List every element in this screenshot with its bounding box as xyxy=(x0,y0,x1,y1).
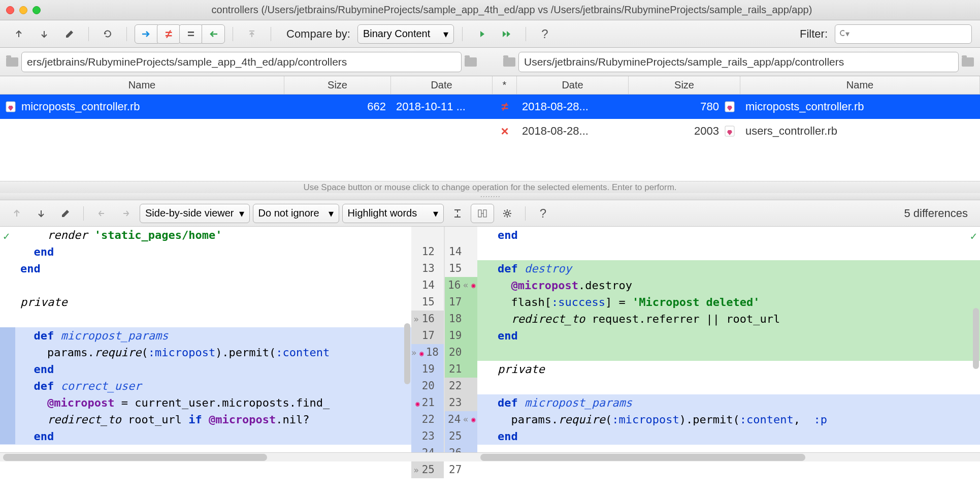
folder-icon xyxy=(6,57,18,67)
code-line[interactable]: end xyxy=(0,243,411,260)
right-code-pane[interactable]: ✓ enddef destroy @micropost.destroy flas… xyxy=(477,227,980,452)
ignore-combo[interactable]: Do not ignore▾ xyxy=(253,204,339,223)
compare-by-combo[interactable]: Binary Content ▾ xyxy=(357,24,454,44)
folder-open-icon[interactable] xyxy=(465,57,477,67)
code-line[interactable]: @micropost.destroy xyxy=(477,277,980,294)
code-line[interactable]: def destroy xyxy=(477,260,980,277)
breakpoint-icon[interactable]: ◉ xyxy=(471,277,475,294)
minimize-icon[interactable] xyxy=(19,6,27,14)
sync-right-button[interactable] xyxy=(135,24,158,44)
line-number: 15 xyxy=(411,294,444,311)
collapse-button[interactable] xyxy=(447,204,468,223)
equal-button[interactable]: = xyxy=(179,24,203,44)
filter-input[interactable] xyxy=(850,28,967,39)
code-line[interactable] xyxy=(0,277,411,294)
code-line[interactable] xyxy=(477,243,980,260)
file-table-header: Name Size Date * Date Size Name xyxy=(0,76,980,95)
diff-op-icon[interactable]: ≠ xyxy=(501,100,508,114)
code-line[interactable]: end xyxy=(0,260,411,277)
code-line[interactable]: flash[:success] = 'Micropost deleted' xyxy=(477,294,980,311)
file-date: 2018-08-28... xyxy=(522,125,589,138)
col-op[interactable]: * xyxy=(493,76,517,94)
sync-scroll-button[interactable] xyxy=(471,204,494,223)
help-button[interactable]: ? xyxy=(534,25,556,43)
filter-box[interactable]: ▾ xyxy=(835,24,972,44)
col-date2[interactable]: Date xyxy=(517,76,629,94)
breakpoint-icon[interactable]: ◉ xyxy=(471,411,475,428)
code-line[interactable] xyxy=(477,344,980,361)
diff-gutter: 12131415»1617»◉181920◉21222324»25 14 15 … xyxy=(411,227,477,452)
line-number: 23 xyxy=(411,428,444,445)
folder-icon xyxy=(503,57,515,67)
left-code-pane[interactable]: ✓ render 'static_pages/home' endendpriva… xyxy=(0,227,411,452)
chevron-icon[interactable]: « xyxy=(463,411,471,428)
search-icon xyxy=(839,29,844,39)
edit-diff-button[interactable] xyxy=(55,204,76,223)
sync-left-button[interactable] xyxy=(202,24,225,44)
close-icon[interactable] xyxy=(6,6,14,14)
line-number: 27 xyxy=(445,461,477,478)
next-diff-button[interactable] xyxy=(34,25,55,43)
gear-icon xyxy=(502,208,512,219)
ruby-file-icon xyxy=(724,125,735,137)
col-name2[interactable]: Name xyxy=(740,76,980,94)
code-line[interactable]: redirect_to request.referrer || root_url xyxy=(477,311,980,327)
code-line[interactable]: private xyxy=(477,361,980,378)
col-size[interactable]: Size xyxy=(284,76,391,94)
code-line[interactable] xyxy=(0,311,411,327)
code-line[interactable]: def micropost_params xyxy=(0,327,411,344)
code-line[interactable] xyxy=(477,378,980,394)
code-line[interactable]: redirect_to root_url if @micropost.nil? xyxy=(0,411,411,428)
code-line[interactable]: end xyxy=(0,428,411,445)
code-line[interactable]: params.require(:micropost).permit(:conte… xyxy=(477,411,980,428)
run-button[interactable] xyxy=(471,25,492,43)
maximize-icon[interactable] xyxy=(32,6,41,14)
file-row[interactable]: microposts_controller.rb6622018-10-11 ..… xyxy=(0,95,980,119)
code-line[interactable]: render 'static_pages/home' xyxy=(0,227,411,243)
next-change-button[interactable] xyxy=(30,204,52,223)
line-number: 20 xyxy=(445,344,477,361)
right-path-input[interactable]: Users/jetbrains/RubymineProjects/sample_… xyxy=(518,52,959,72)
breakpoint-icon[interactable]: ◉ xyxy=(419,349,423,357)
edit-button[interactable] xyxy=(59,25,80,43)
code-line[interactable]: @micropost = current_user.microposts.fin… xyxy=(0,394,411,411)
line-number xyxy=(445,227,477,243)
diff-help-button[interactable]: ? xyxy=(533,204,554,223)
not-equal-button[interactable]: ≠ xyxy=(157,24,180,44)
filter-label: Filter: xyxy=(800,27,828,41)
svg-point-6 xyxy=(506,212,509,215)
col-date[interactable]: Date xyxy=(391,76,493,94)
check-icon: ✓ xyxy=(3,228,10,244)
chevron-icon[interactable]: » xyxy=(411,348,419,358)
code-line[interactable]: def correct_user xyxy=(0,378,411,394)
line-number xyxy=(411,227,444,243)
file-row[interactable]: ×2018-08-28...2003users_controller.rb xyxy=(0,119,980,143)
file-date: 2018-10-11 ... xyxy=(396,100,466,113)
chevron-icon[interactable]: « xyxy=(463,277,471,294)
left-path-input[interactable]: ers/jetbrains/RubymineProjects/sample_ap… xyxy=(21,52,462,72)
col-size2[interactable]: Size xyxy=(629,76,740,94)
highlight-combo[interactable]: Highlight words▾ xyxy=(342,204,444,223)
splitter-grip[interactable] xyxy=(0,193,980,200)
diff-op-icon[interactable]: × xyxy=(501,123,508,139)
compare-by-value: Binary Content xyxy=(363,28,438,40)
viewer-mode-combo[interactable]: Side-by-side viewer▾ xyxy=(140,204,250,223)
code-line[interactable]: end xyxy=(0,361,411,378)
breakpoint-icon[interactable]: ◉ xyxy=(415,399,419,408)
code-line[interactable]: end xyxy=(477,227,980,243)
chevron-icon[interactable]: » xyxy=(413,465,421,475)
code-line[interactable]: private xyxy=(0,294,411,311)
code-line[interactable]: def micropost_params xyxy=(477,394,980,411)
folder-open-icon[interactable] xyxy=(962,57,974,67)
code-line[interactable]: params.require(:micropost).permit(:conte… xyxy=(0,344,411,361)
code-line[interactable]: end xyxy=(477,428,980,445)
run-all-button[interactable] xyxy=(496,25,517,43)
prev-diff-button[interactable] xyxy=(8,25,29,43)
prev-change-button xyxy=(6,204,27,223)
chevron-icon[interactable]: » xyxy=(413,314,421,324)
settings-button[interactable] xyxy=(497,204,518,223)
refresh-button[interactable] xyxy=(97,25,118,43)
code-line[interactable]: end xyxy=(477,327,980,344)
col-name[interactable]: Name xyxy=(0,76,284,94)
line-number: 22 xyxy=(445,378,477,394)
